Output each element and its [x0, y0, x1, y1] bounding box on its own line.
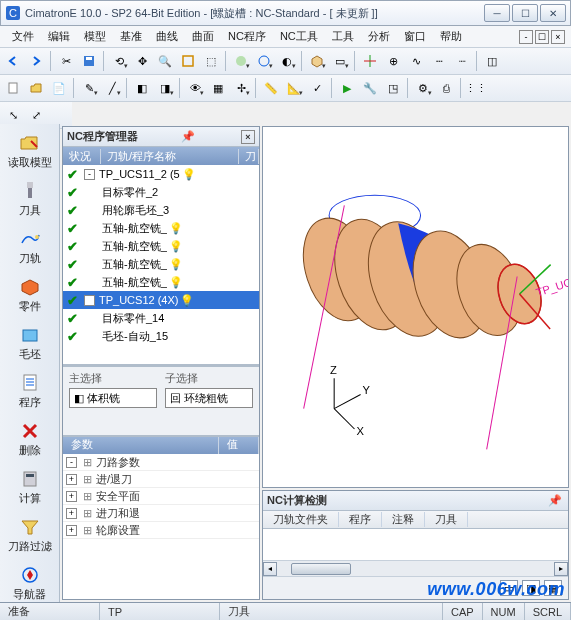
param-expand-icon[interactable]: +: [66, 525, 77, 536]
tb-render-icon[interactable]: ◐▾: [276, 50, 298, 72]
tree-row[interactable]: ✔五轴-航空铣_💡: [63, 237, 259, 255]
param-expand-icon[interactable]: +: [66, 508, 77, 519]
tb-sketch-icon[interactable]: ✎▾: [78, 77, 100, 99]
expand-icon[interactable]: -: [84, 295, 95, 306]
tb-post-icon[interactable]: ⎙: [435, 77, 457, 99]
close-button[interactable]: ✕: [540, 4, 566, 22]
tb-new-icon[interactable]: [2, 77, 24, 99]
lb-calc[interactable]: 计算: [3, 464, 57, 510]
tree-row[interactable]: ✔-TP_UCS12 (4X)💡: [63, 291, 259, 309]
scroll-right-icon[interactable]: ▸: [554, 562, 568, 576]
lb-tool[interactable]: 刀具: [3, 176, 57, 222]
menu-analyze[interactable]: 分析: [362, 27, 396, 46]
scroll-left-icon[interactable]: ◂: [263, 562, 277, 576]
tb-measure-icon[interactable]: 📏: [260, 77, 282, 99]
calc-col-folder[interactable]: 刀轨文件夹: [263, 512, 339, 527]
menu-help[interactable]: 帮助: [434, 27, 468, 46]
param-row[interactable]: +⊞进/退刀: [63, 471, 259, 488]
tb-part2-icon[interactable]: ◨▾: [154, 77, 176, 99]
calc-pin-icon[interactable]: 📌: [548, 494, 562, 508]
tb-layer-icon[interactable]: ▦: [207, 77, 229, 99]
tb-origin2-icon[interactable]: ⊕: [382, 50, 404, 72]
minimize-button[interactable]: ─: [484, 4, 510, 22]
lb-nav[interactable]: 导航器: [3, 560, 57, 602]
tb-fit-icon[interactable]: [177, 50, 199, 72]
tb-wire-icon[interactable]: ▾: [253, 50, 275, 72]
viewport-3d[interactable]: TP_UCS11_2 Z Y X: [262, 126, 569, 488]
param-row[interactable]: +⊞安全平面: [63, 488, 259, 505]
tb-plane-icon[interactable]: ▭▾: [329, 50, 351, 72]
tree-row[interactable]: ✔五轴-航空铣_💡: [63, 273, 259, 291]
tb-collapse-icon[interactable]: ⤡: [2, 104, 24, 126]
tb-doc-icon[interactable]: 📄: [48, 77, 70, 99]
param-row[interactable]: -⊞刀路参数: [63, 454, 259, 471]
tb-redo[interactable]: [25, 50, 47, 72]
param-expand-icon[interactable]: +: [66, 474, 77, 485]
calc-icon-2[interactable]: ◨: [522, 580, 540, 596]
menu-curve[interactable]: 曲线: [150, 27, 184, 46]
tb-origin-icon[interactable]: [359, 50, 381, 72]
tree-row[interactable]: ✔用轮廓毛坯_3: [63, 201, 259, 219]
tb-curve-icon[interactable]: ∿: [405, 50, 427, 72]
menu-window[interactable]: 窗口: [398, 27, 432, 46]
calc-hscroll[interactable]: ◂ ▸: [263, 560, 568, 576]
tb-box-icon[interactable]: ◳: [382, 77, 404, 99]
tb-zoomwin-icon[interactable]: ⬚: [200, 50, 222, 72]
tree-row[interactable]: ✔五轴-航空铣_💡: [63, 219, 259, 237]
param-expand-icon[interactable]: +: [66, 491, 77, 502]
tb-shade-icon[interactable]: ▾: [230, 50, 252, 72]
mdi-minimize-button[interactable]: -: [519, 30, 533, 44]
calc-col-tool[interactable]: 刀具: [425, 512, 468, 527]
tb-play-icon[interactable]: ▶: [336, 77, 358, 99]
param-row[interactable]: +⊞轮廓设置: [63, 522, 259, 539]
tb-line-icon[interactable]: ╱▾: [101, 77, 123, 99]
menu-model[interactable]: 模型: [78, 27, 112, 46]
menu-datum[interactable]: 基准: [114, 27, 148, 46]
calc-col-prog[interactable]: 程序: [339, 512, 382, 527]
tb-iso-icon[interactable]: ▾: [306, 50, 328, 72]
tb-grip-icon[interactable]: ⋮⋮: [465, 77, 487, 99]
calc-icon-3[interactable]: ▦: [544, 580, 562, 596]
tb-cube-icon[interactable]: ◧: [131, 77, 153, 99]
param-col-val[interactable]: 值: [219, 437, 259, 454]
maximize-button[interactable]: ☐: [512, 4, 538, 22]
menu-file[interactable]: 文件: [6, 27, 40, 46]
menu-edit[interactable]: 编辑: [42, 27, 76, 46]
tree-row[interactable]: ✔毛坯-自动_15: [63, 327, 259, 345]
tb-showhide-icon[interactable]: 👁▾: [184, 77, 206, 99]
tb-move-icon[interactable]: ✢▾: [230, 77, 252, 99]
lb-stock[interactable]: 毛坯: [3, 320, 57, 366]
expand-icon[interactable]: -: [84, 169, 95, 180]
tb-dash2-icon[interactable]: ┈: [451, 50, 473, 72]
menu-tool[interactable]: 工具: [326, 27, 360, 46]
nc-tree[interactable]: ✔-TP_UCS11_2 (5💡✔目标零件_2✔用轮廓毛坯_3✔五轴-航空铣_💡…: [63, 165, 259, 365]
tb-sim-icon[interactable]: ⚙▾: [412, 77, 434, 99]
col-status[interactable]: 状况: [63, 149, 101, 164]
scroll-thumb[interactable]: [291, 563, 351, 575]
pin-icon[interactable]: 📌: [181, 130, 195, 144]
param-expand-icon[interactable]: -: [66, 457, 77, 468]
param-col-name[interactable]: 参数: [63, 437, 219, 454]
menu-surface[interactable]: 曲面: [186, 27, 220, 46]
lb-part[interactable]: 零件: [3, 272, 57, 318]
tb-save-icon[interactable]: [78, 50, 100, 72]
sub-select-box[interactable]: 回环绕粗铣: [165, 388, 253, 408]
tb-tool-icon[interactable]: 🔧: [359, 77, 381, 99]
tree-row[interactable]: ✔五轴-航空铣_💡: [63, 255, 259, 273]
tb-dash-icon[interactable]: ┄: [428, 50, 450, 72]
tb-scissors-icon[interactable]: ✂: [55, 50, 77, 72]
calc-col-note[interactable]: 注释: [382, 512, 425, 527]
tb-window-icon[interactable]: ◫: [481, 50, 503, 72]
tree-row[interactable]: ✔目标零件_14: [63, 309, 259, 327]
mdi-close-button[interactable]: ×: [551, 30, 565, 44]
lb-read-model[interactable]: 读取模型: [3, 128, 57, 174]
col-tool[interactable]: 刀: [239, 149, 259, 164]
tb-expand-icon[interactable]: ⤢: [25, 104, 47, 126]
menu-ncprog[interactable]: NC程序: [222, 27, 272, 46]
lb-toolpath[interactable]: 刀轨: [3, 224, 57, 270]
lb-program[interactable]: 程序: [3, 368, 57, 414]
calc-icon-1[interactable]: ▭: [500, 580, 518, 596]
col-name[interactable]: 刀轨/程序名称: [101, 149, 239, 164]
tb-zoom-icon[interactable]: 🔍: [154, 50, 176, 72]
tree-row[interactable]: ✔-TP_UCS11_2 (5💡: [63, 165, 259, 183]
